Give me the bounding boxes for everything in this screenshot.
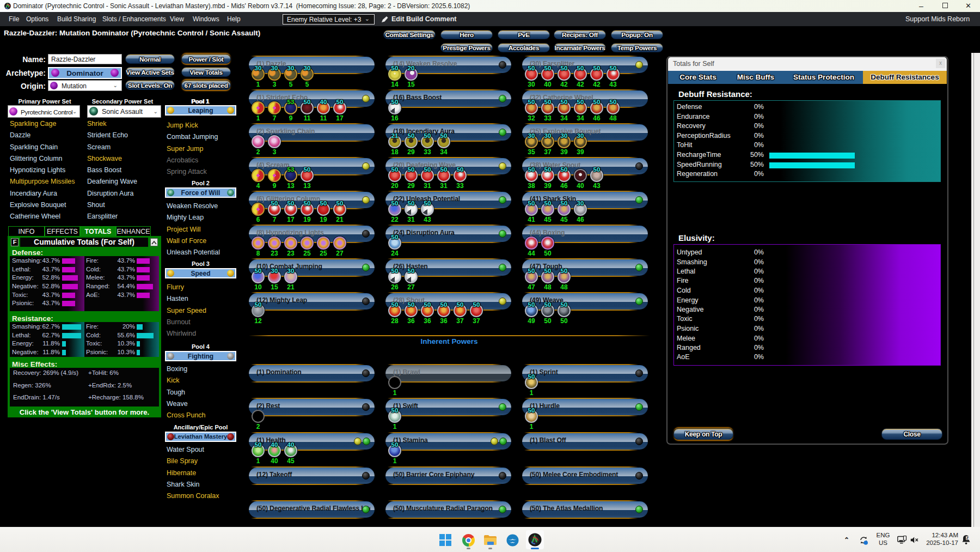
svg-text:Z: Z — [966, 536, 969, 541]
